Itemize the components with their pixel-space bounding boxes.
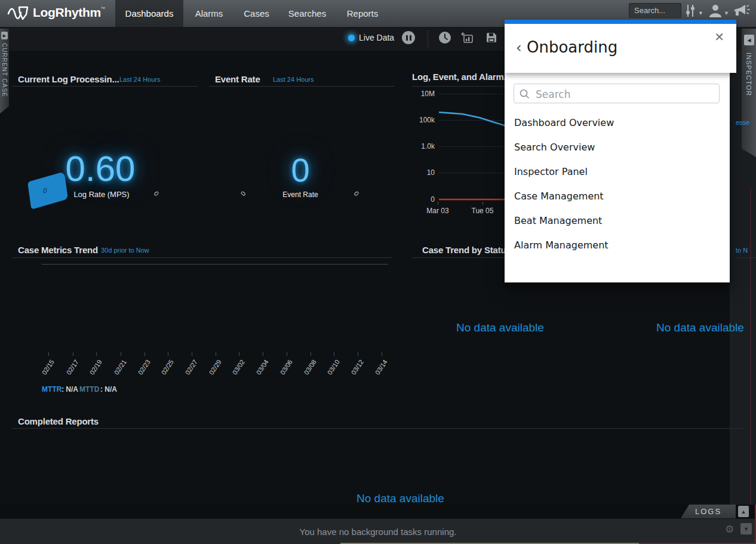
gauge-min-label: 0 xyxy=(42,186,47,195)
application-window: LogRhythm ™ Dashboards Alarms Cases Sear… xyxy=(0,0,756,544)
logo-trademark: ™ xyxy=(100,6,105,11)
right-accent-line xyxy=(750,188,751,505)
add-widget-icon[interactable] xyxy=(460,32,473,45)
collapse-inspector-arrow-icon[interactable]: ◀ xyxy=(744,35,754,45)
tab-alarms[interactable]: Alarms xyxy=(183,0,235,27)
event-rate-range[interactable]: Last 24 Hours xyxy=(273,76,314,83)
divider xyxy=(736,257,756,258)
date-tick xyxy=(287,352,287,356)
y-tick-10: 10 xyxy=(412,168,435,177)
popup-top-accent-bar xyxy=(505,20,736,24)
date-tick xyxy=(96,352,97,356)
log-processing-title: Current Log Processin... xyxy=(18,74,119,84)
divider xyxy=(412,86,505,87)
onboarding-popup-body: Dashboard Overview Search Overview Inspe… xyxy=(505,73,730,282)
date-tick xyxy=(192,352,192,356)
date-label: 02/29 xyxy=(198,358,223,391)
save-dashboard-icon[interactable] xyxy=(485,32,497,46)
logs-drawer-tab[interactable]: LOGS xyxy=(681,505,736,518)
right-panel-range-fragment: to N xyxy=(736,247,748,254)
date-tick xyxy=(216,352,216,356)
announcements-megaphone-icon[interactable] xyxy=(733,4,750,20)
user-profile-icon[interactable] xyxy=(708,3,723,20)
date-tick xyxy=(334,352,334,356)
y-tick-1k: 1.0k xyxy=(412,142,435,150)
popup-close-icon[interactable]: ✕ xyxy=(714,30,724,44)
current-case-tab-label: CURRENT CASE xyxy=(1,43,8,97)
event-rate-gauge-value: 0 xyxy=(279,150,321,189)
expand-current-case-arrow-icon[interactable]: ▶ xyxy=(1,32,8,39)
tab-searches[interactable]: Searches xyxy=(278,0,336,27)
date-label: 03/02 xyxy=(221,358,246,391)
background-tasks-status-bar: You have no background tasks running. xyxy=(0,518,756,544)
event-gauge-max-label: 0 xyxy=(353,190,361,198)
y-tick-10M: 10M xyxy=(412,90,435,98)
popup-search-input[interactable] xyxy=(534,87,716,102)
x-tick-mark xyxy=(483,202,483,205)
filters-caret-icon[interactable]: ▼ xyxy=(698,10,703,16)
divider xyxy=(209,86,395,87)
tasks-settings-gear-icon[interactable]: ⚙ xyxy=(725,523,734,536)
case-metrics-range[interactable]: 30d prior to Now xyxy=(101,247,149,254)
date-label: 03/14 xyxy=(364,358,389,391)
divider xyxy=(12,86,198,87)
current-case-side-tab[interactable]: ▶ CURRENT CASE xyxy=(0,29,9,113)
popup-back-chevron-icon[interactable]: ‹ xyxy=(516,39,522,56)
tab-dashboards[interactable]: Dashboards xyxy=(115,0,183,27)
date-label: 02/27 xyxy=(174,358,199,391)
date-tick xyxy=(73,352,73,356)
global-search-input[interactable] xyxy=(629,3,681,18)
tab-reports[interactable]: Reports xyxy=(336,0,389,27)
onboarding-item-alarm-management[interactable]: Alarm Management xyxy=(514,239,711,254)
event-gauge-min-label: 0 xyxy=(239,190,247,198)
filters-sliders-icon[interactable] xyxy=(684,4,696,20)
pause-button[interactable] xyxy=(402,31,415,44)
log-event-alarm-title: Log, Event, and Alarm... xyxy=(412,72,505,82)
search-magnifier-icon xyxy=(520,89,530,99)
tab-cases[interactable]: Cases xyxy=(235,0,278,27)
x-tick-mar03: Mar 03 xyxy=(420,207,456,215)
onboarding-item-inspector-panel[interactable]: Inspector Panel xyxy=(514,166,711,180)
live-data-label: Live Data xyxy=(359,33,394,42)
time-range-clock-icon[interactable] xyxy=(438,31,451,47)
popup-search-box[interactable] xyxy=(514,84,720,103)
onboarding-item-beat-management[interactable]: Beat Management xyxy=(514,215,711,229)
inspector-side-tab[interactable]: ◀ INSPECTOR xyxy=(742,29,756,157)
date-label: 02/25 xyxy=(150,358,175,391)
user-caret-icon[interactable]: ▼ xyxy=(724,10,729,16)
log-rate-gauge-label: Log Rate (MPS) xyxy=(57,190,146,199)
log-processing-range[interactable]: Last 24 Hours xyxy=(119,76,160,83)
collapse-tasks-arrow-icon[interactable]: ▼ xyxy=(740,523,752,534)
onboarding-item-search-overview[interactable]: Search Overview xyxy=(514,142,711,156)
date-label: 02/23 xyxy=(127,358,152,391)
date-tick xyxy=(311,352,311,356)
event-rate-gauge-label: Event Rate xyxy=(271,190,330,199)
date-label: 03/12 xyxy=(340,358,365,391)
date-tick xyxy=(263,352,263,356)
date-label: 03/10 xyxy=(316,358,341,391)
date-tick xyxy=(382,352,382,356)
x-tick-tue05: Tue 05 xyxy=(465,207,500,215)
event-rate-title: Event Rate xyxy=(215,74,260,84)
mttr-value: : N/A xyxy=(62,385,78,394)
date-tick xyxy=(168,352,168,356)
expand-logs-arrow-icon[interactable]: ▲ xyxy=(738,506,749,517)
mttd-label: MTTD xyxy=(79,385,99,394)
date-label: 03/08 xyxy=(293,358,318,391)
live-data-indicator-dot xyxy=(348,35,355,41)
case-metrics-title: Case Metrics Trend xyxy=(18,245,98,255)
log-event-alarm-chart xyxy=(439,93,506,203)
right-panel-text-fragment: esse xyxy=(736,119,749,126)
divider xyxy=(12,428,744,429)
divider xyxy=(12,257,392,258)
y-tick-0: 0 xyxy=(412,195,435,204)
mttd-value: : N/A xyxy=(100,385,117,394)
onboarding-item-dashboard-overview[interactable]: Dashboard Overview xyxy=(514,117,711,131)
logo-text: LogRhythm xyxy=(33,5,101,20)
date-label: 03/06 xyxy=(269,358,294,391)
completed-reports-no-data: No data available xyxy=(357,492,444,505)
onboarding-item-case-management[interactable]: Case Management xyxy=(514,190,711,205)
status-message: You have no background tasks running. xyxy=(300,527,457,537)
logs-tab-row xyxy=(0,505,756,518)
date-tick xyxy=(358,352,358,356)
